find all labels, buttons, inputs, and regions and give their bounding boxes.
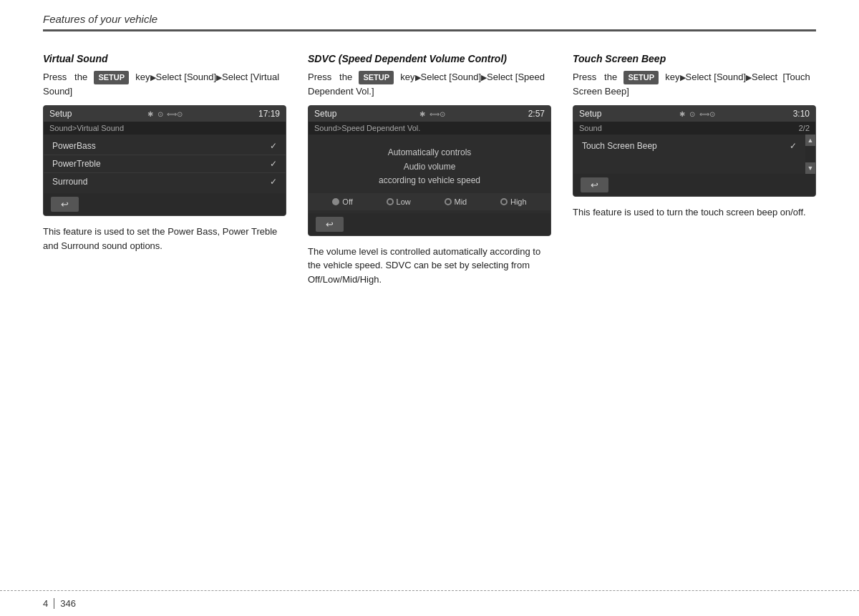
sdvc-option-off: Off: [332, 197, 352, 206]
page-footer: 4 346: [0, 590, 859, 616]
page-number: 346: [60, 598, 76, 609]
virtual-sound-description: This feature is used to set the Power Ba…: [43, 225, 286, 253]
radio-mid: [445, 198, 452, 205]
scroll-down-button[interactable]: ▼: [805, 162, 815, 174]
section-virtual-sound: Virtual Sound Press the SETUP key▶Select…: [43, 53, 297, 293]
section-sdvc: SDVC (Speed Dependent Volume Control) Pr…: [297, 53, 562, 293]
sdvc-option-high: High: [500, 197, 527, 206]
setup-badge-3: SETUP: [623, 71, 659, 84]
screen-row-powerbass: PowerBass ✓: [44, 137, 286, 155]
screen-body-3: Touch Screen Beep ✓ ▲ ▼: [573, 135, 815, 174]
radio-low: [387, 198, 394, 205]
screen-footer-3: ↩: [573, 174, 815, 196]
back-button-2[interactable]: ↩: [316, 217, 344, 232]
screen-subheader-2: Sound>Speed Dependent Vol.: [309, 122, 550, 135]
screen-row-powertreble: PowerTreble ✓: [44, 155, 286, 173]
virtual-sound-instruction: Press the SETUP key▶Select [Sound]▶Selec…: [43, 70, 286, 98]
page-header: Features of your vehicle: [43, 0, 816, 31]
scroll-track: [805, 146, 815, 162]
page-title: Features of your vehicle: [43, 13, 157, 25]
option-label-mid: Mid: [455, 197, 467, 206]
screen-row-tsc: Touch Screen Beep ✓: [573, 137, 805, 155]
content-area: Virtual Sound Press the SETUP key▶Select…: [43, 31, 816, 293]
virtual-sound-title: Virtual Sound: [43, 53, 286, 64]
screen-header-3: Setup ✱ ⊙ ⟺⊙ 3:10: [573, 106, 815, 122]
screen-time-3: 3:10: [793, 109, 810, 119]
screen-time-2: 2:57: [528, 109, 545, 119]
scroll-up-button[interactable]: ▲: [805, 135, 815, 146]
row-label: PowerBass: [52, 141, 96, 151]
subheader-page-3: 2/2: [799, 124, 810, 132]
screen-time-1: 17:19: [258, 109, 280, 119]
sdvc-title: SDVC (Speed Dependent Volume Control): [308, 53, 551, 64]
screen-title-1: Setup: [49, 109, 72, 119]
tsc-title: Touch Screen Beep: [573, 53, 816, 64]
screen-footer-1: ↩: [44, 193, 286, 215]
option-label-low: Low: [397, 197, 411, 206]
screen-icons-1: ✱ ⊙ ⟺⊙: [147, 110, 183, 118]
page-container: Features of your vehicle Virtual Sound P…: [0, 0, 859, 616]
back-button-1[interactable]: ↩: [51, 197, 79, 212]
setup-badge-2: SETUP: [359, 71, 394, 84]
option-label-off: Off: [342, 197, 352, 206]
sdvc-option-mid: Mid: [445, 197, 467, 206]
option-label-high: High: [510, 197, 527, 206]
screen-icons-2: ✱ ⟺⊙: [419, 110, 445, 118]
row-label-tsc: Touch Screen Beep: [582, 141, 657, 151]
subheader-label-3: Sound: [579, 124, 602, 132]
screen-body-2: Automatically controlsAudio volumeaccord…: [309, 135, 550, 213]
virtual-sound-screen: Setup ✱ ⊙ ⟺⊙ 17:19 Sound>Virtual Sound P…: [43, 105, 286, 216]
tsc-instruction: Press the SETUP key▶Select [Sound]▶Selec…: [573, 70, 816, 98]
screen-footer-2: ↩: [309, 213, 550, 235]
screen-header-1: Setup ✱ ⊙ ⟺⊙ 17:19: [44, 106, 286, 122]
screen-header-2: Setup ✱ ⟺⊙ 2:57: [309, 106, 550, 122]
row-check: ✓: [270, 141, 277, 151]
screen-body-1: PowerBass ✓ PowerTreble ✓ Surround ✓: [44, 135, 286, 193]
sdvc-option-low: Low: [387, 197, 411, 206]
row-label: PowerTreble: [52, 159, 101, 169]
row-check: ✓: [270, 159, 277, 169]
screen-icons-3: ✱ ⊙ ⟺⊙: [679, 110, 714, 118]
scroll-bar: ▲ ▼: [805, 135, 815, 174]
radio-high: [500, 198, 508, 205]
back-button-3[interactable]: ↩: [581, 177, 608, 192]
radio-off: [332, 198, 339, 205]
sdvc-screen-mockup: Setup ✱ ⟺⊙ 2:57 Sound>Speed Dependent Vo…: [308, 105, 551, 236]
row-label: Surround: [52, 177, 87, 187]
tsc-screen-mockup: Setup ✱ ⊙ ⟺⊙ 3:10 Sound 2/2 Touch Screen…: [573, 105, 816, 197]
sdvc-options: Off Low Mid High: [309, 193, 550, 210]
screen-subheader-1: Sound>Virtual Sound: [44, 122, 286, 135]
screen-title-3: Setup: [579, 109, 601, 119]
section-touch-screen-beep: Touch Screen Beep Press the SETUP key▶Se…: [562, 53, 816, 293]
setup-badge-1: SETUP: [94, 71, 129, 84]
row-check: ✓: [270, 177, 277, 187]
screen-title-2: Setup: [314, 109, 336, 119]
screen-subheader-3: Sound 2/2: [573, 122, 815, 135]
sdvc-instruction: Press the SETUP key▶Select [Sound]▶Selec…: [308, 70, 551, 98]
section-number: 4: [43, 598, 54, 609]
sdvc-description: The volume level is controlled automatic…: [308, 245, 551, 287]
screen-row-surround: Surround ✓: [44, 173, 286, 190]
sdvc-center-text: Automatically controlsAudio volumeaccord…: [309, 137, 550, 193]
tsc-description: This feature is used to turn the touch s…: [573, 205, 816, 220]
row-check-tsc: ✓: [790, 141, 797, 151]
